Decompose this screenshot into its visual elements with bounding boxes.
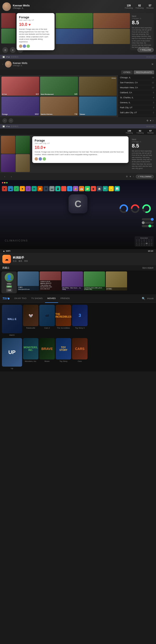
cal-6: 6 [148, 241, 150, 242]
s3-following-btn[interactable]: ✓ FOLLOWING [136, 175, 154, 178]
movie-walle[interactable]: WALL·E Wall·E [2, 305, 22, 336]
city-row-4[interactable]: Oakland, CA 5 [118, 90, 156, 95]
icon-phone[interactable]: 📱 [55, 186, 61, 191]
grid-score-1: 6.5 [36, 93, 38, 95]
app2-tabs: CITIES RESTAURANTS [0, 70, 156, 75]
icon-star[interactable]: ★ [20, 186, 25, 191]
toggle-2[interactable] [142, 222, 154, 224]
media-item-5[interactable]: 妙天魔云 [106, 272, 127, 290]
grid-item-3[interactable]: #imes [79, 76, 117, 96]
register-button[interactable]: 注册 [6, 288, 12, 292]
movie-up[interactable]: UP Up [2, 338, 22, 370]
grid-item-1[interactable]: El Cal 6.5 [1, 76, 39, 96]
movie-cars2[interactable]: 🏎 Cars 2 [39, 305, 55, 336]
s3-settings-icon[interactable]: ⚙ [126, 175, 128, 178]
next-button[interactable]: › [8, 118, 13, 123]
toolbar-share[interactable]: ↑ [153, 120, 154, 122]
s3-prev[interactable]: ‹ [2, 174, 7, 179]
nav-friends[interactable]: FRIENDS [58, 294, 72, 303]
close-button[interactable]: ✕ [151, 62, 154, 66]
toggle-1[interactable] [142, 218, 154, 220]
movie-toystory3[interactable]: 3 Toy Story 3 [72, 305, 87, 336]
search-icon[interactable]: 🔍 [142, 297, 145, 300]
dot-green[interactable] [6, 182, 7, 184]
media-item-3[interactable]: Men4IPlay - Man Hours ... by Nedg [62, 272, 83, 290]
user-stats: 139 Following 82 Following 57 Reviews [125, 4, 154, 9]
donut-2 [130, 204, 140, 214]
icon-check[interactable]: ✓ [14, 186, 19, 191]
movie-cars2-title: Cars 2 [44, 327, 50, 329]
icon-trash[interactable]: 🗑 [91, 186, 96, 191]
sep-label-1: 竖屏模式 [11, 56, 18, 58]
media-item-1[interactable]: 已看完 www.qins123.com [17, 272, 39, 290]
icon-music[interactable]: ♫ [26, 186, 31, 191]
movie-monsters-title: Monsters, Inc. [25, 360, 37, 362]
city-row-5[interactable]: St. Charles, IL 4 [118, 95, 156, 100]
movie-incredibles[interactable]: THEINCREDIBLES The Incredibles [56, 305, 71, 336]
grid-item-4[interactable]: Forage 10.0 [1, 96, 39, 116]
movie-brave[interactable]: BRAVE Brave [39, 338, 55, 370]
media-item-2[interactable]: 10830/13:20:00 钢铁侠3.英语中字 720p.HDRip.1&1 … [40, 272, 61, 290]
city-row-8[interactable]: Salt Lake City, UT 2 [118, 110, 156, 115]
tivo-logo: TiV [2, 297, 9, 300]
city-row-2[interactable]: San Francisco, CA 12 [118, 80, 156, 85]
icon-home[interactable]: 🏠 [97, 186, 102, 191]
icon-search[interactable]: 🔍 [103, 186, 108, 191]
tab-cities[interactable]: CITIES [121, 70, 133, 74]
icon-calendar[interactable]: 📅 [79, 186, 84, 191]
movie-monsters[interactable]: MONSTERS,INC. Monsters, Inc. [23, 338, 38, 370]
icon-cloud[interactable]: ☁ [8, 186, 13, 191]
follow-button[interactable]: + FOLLOW [138, 48, 154, 52]
icon-lock[interactable]: 🔒 [73, 186, 78, 191]
icon-chart[interactable]: 📊 [115, 186, 120, 191]
icon-mail[interactable]: ✉ [32, 186, 37, 191]
movie-toystory[interactable]: TOYSTORY Toy Story [56, 338, 71, 370]
city-row-6[interactable]: Geneva, IL 3 [118, 100, 156, 105]
nav-on-my-tivo[interactable]: ON MY TiVO [12, 294, 29, 303]
donut-charts [119, 204, 151, 214]
icon-camera[interactable]: 📷 [49, 186, 55, 191]
s3-next[interactable]: › [9, 174, 14, 179]
city-row-1[interactable]: Chicago, IL 34 [118, 75, 156, 80]
heart-button[interactable]: ♥ [10, 47, 16, 53]
heart-icon: ♥ [28, 22, 31, 27]
icon-user[interactable]: 👤 [67, 186, 72, 191]
tab-restaurants[interactable]: RESTAURANTS [134, 70, 154, 74]
nav-tv-shows[interactable]: TV SHOWS [29, 294, 45, 303]
icon-light[interactable]: 💡 [109, 186, 114, 191]
media-label-1: 已看完 www.qins123.com [17, 286, 39, 290]
prev-button[interactable]: ‹ [2, 118, 7, 123]
profile-avatar: 👤 [5, 273, 14, 282]
s3-heart-icon[interactable]: ♥ [130, 175, 131, 178]
cal-21: 21 [151, 244, 153, 246]
s3-share-icon[interactable]: ↑ [133, 175, 134, 178]
movie-ratatouille[interactable]: 🐭 Ratatouille [23, 305, 38, 336]
city-name-4: Oakland, CA [120, 91, 132, 94]
s3-food-1 [1, 136, 15, 154]
toolbar-settings[interactable]: ⚙ [147, 120, 149, 122]
city-row-3[interactable]: Mountain View, CA 10 [118, 85, 156, 90]
mini-username: Keenan Wells [13, 62, 27, 64]
icon-gear[interactable]: ⚙ [43, 186, 49, 191]
grid-item-5[interactable]: Nacho Kitchen 7.6 [40, 96, 78, 116]
movie-cars[interactable]: CARS Cars [72, 338, 87, 370]
city-row-7[interactable]: Park City, UT 3 [118, 105, 156, 110]
icon-folder[interactable]: 📁 [85, 186, 90, 191]
settings-button[interactable]: ⚙ [2, 47, 8, 53]
grid-item-6[interactable]: Taiwan [79, 96, 117, 116]
icon-bell[interactable]: 🔔 [37, 186, 43, 191]
separator-2: ⬜ iPad 竖屏模式 09:00 AM [0, 124, 156, 128]
mini-location: Chicago, IL [13, 64, 27, 66]
toolbar-heart[interactable]: ♥ [150, 120, 151, 122]
main-app-icon[interactable]: C [69, 194, 87, 214]
icon-location[interactable]: 📍 [61, 186, 66, 191]
grid-item-2[interactable]: Next Restaurant 8.5 [40, 76, 78, 96]
dot-yellow[interactable] [4, 182, 5, 184]
toggle-3[interactable] [142, 225, 154, 227]
streaming-app-header: ☁ 科润助手 生活、服务、商务 [0, 253, 156, 265]
dot-red[interactable] [2, 182, 3, 184]
media-item-4[interactable]: list,Rising,2013,1080 p,BLD,[Public+HD] [84, 272, 105, 290]
nav-movies[interactable]: MOVIES [45, 294, 58, 303]
icon-heart[interactable]: ♥ [2, 186, 7, 191]
back-button[interactable]: ‹ [2, 63, 3, 66]
